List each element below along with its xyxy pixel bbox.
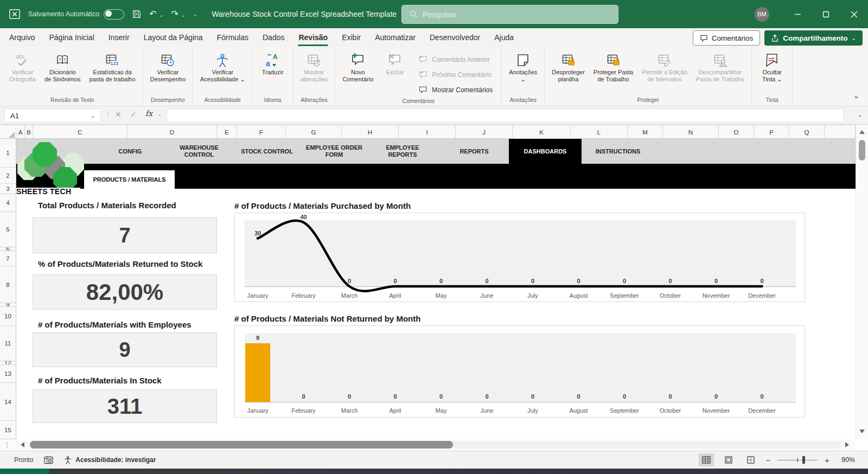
ribbon-button-dicionario-de-sinonimos[interactable]: Dicionáriode Sinônimos xyxy=(41,50,85,84)
menu-tab-layout-da-pagina[interactable]: Layout da Página xyxy=(137,28,210,48)
ribbon-button-descompartilhar-pasta-de-trabalho[interactable]: DescompartilharPasta de Trabalho xyxy=(692,50,748,84)
nav-tab-reports[interactable]: REPORTS xyxy=(442,139,507,164)
ribbon-button-desproteger-planilha[interactable]: Desprotegerplanilha xyxy=(548,50,589,84)
column-header-a[interactable]: A xyxy=(16,125,25,139)
ribbon-button-proteger-pasta-de-trabalho[interactable]: Proteger Pastade Trabalho xyxy=(590,50,637,84)
document-title[interactable]: Warehouse Stock Control Excel Spreadshee… xyxy=(212,10,405,18)
cancel-entry-icon[interactable]: ✕ xyxy=(115,110,122,119)
nav-tab-stock-control[interactable]: STOCK CONTROL xyxy=(226,139,308,164)
scroll-left-icon[interactable] xyxy=(21,442,24,447)
column-header-h[interactable]: H xyxy=(342,125,399,139)
scroll-up-icon[interactable] xyxy=(859,130,865,134)
row-header-13[interactable]: 13 xyxy=(0,365,16,383)
insert-function-icon[interactable]: fx xyxy=(145,109,152,118)
nav-tab-instructions[interactable]: INSTRUCTIONS xyxy=(577,139,659,164)
undo-icon[interactable]: ↶ ⌄ xyxy=(149,10,163,18)
ribbon-button-excluir[interactable]: Excluir xyxy=(378,50,412,77)
row-header-8[interactable]: 8 xyxy=(0,266,16,303)
avatar[interactable]: BM xyxy=(755,7,769,22)
autosave-toggle[interactable] xyxy=(104,9,124,20)
ribbon-button-proximo-comentario[interactable]: Próximo Comentário xyxy=(415,68,496,81)
ribbon-button-verificar-desempenho[interactable]: VerificarDesempenho xyxy=(146,50,189,84)
column-header-f[interactable]: F xyxy=(237,125,286,139)
macro-record-icon[interactable] xyxy=(44,456,53,464)
maximize-button[interactable] xyxy=(812,0,840,28)
menu-tab-inserir[interactable]: Inserir xyxy=(101,28,137,48)
column-header-e[interactable]: E xyxy=(217,125,237,139)
menu-tab-desenvolvedor[interactable]: Desenvolvedor xyxy=(423,28,487,48)
menu-tab-arquivo[interactable]: Arquivo xyxy=(2,28,42,48)
redo-icon[interactable]: ↷ ⌄ xyxy=(171,10,186,18)
name-box[interactable]: A1 ⌄ xyxy=(4,108,101,123)
row-header-4[interactable]: 4 xyxy=(0,194,16,212)
confirm-entry-icon[interactable]: ✓ xyxy=(130,110,137,119)
nav-tab-employee-reports[interactable]: EMPLOYEE REPORTS xyxy=(375,139,430,164)
menu-tab-dados[interactable]: Dados xyxy=(256,28,291,48)
row-header-15[interactable]: 15 xyxy=(0,421,16,439)
column-header-b[interactable]: B xyxy=(25,125,33,139)
column-header-j[interactable]: J xyxy=(456,125,513,139)
sheet-canvas[interactable]: CONFIGWAREHOUSE CONTROLSTOCK CONTROLEMPL… xyxy=(16,139,856,439)
formula-input[interactable] xyxy=(167,108,844,123)
menu-tab-exibir[interactable]: Exibir xyxy=(335,28,368,48)
comments-button[interactable]: Comentários xyxy=(693,30,761,46)
ribbon-button-comentario-anterior[interactable]: Comentário Anterior xyxy=(415,53,496,66)
ribbon-button-novo-comentario[interactable]: NovoComentário xyxy=(339,50,377,84)
row-header-6[interactable]: 6 xyxy=(0,247,16,251)
scroll-right-icon[interactable] xyxy=(845,442,849,447)
zoom-slider[interactable] xyxy=(777,456,818,464)
column-header-d[interactable]: D xyxy=(127,125,217,139)
row-header-7[interactable]: 7 xyxy=(0,251,16,266)
column-header-g[interactable]: G xyxy=(286,125,342,139)
ribbon-button-mostrar-alteracoes[interactable]: Mostraralterações xyxy=(297,50,332,84)
ribbon-button-ocultar-tinta[interactable]: OcultarTinta ⌄ xyxy=(755,50,789,84)
column-header-i[interactable]: I xyxy=(399,125,456,139)
menu-tab-formulas[interactable]: Fórmulas xyxy=(210,28,256,48)
menu-tab-pagina-inicial[interactable]: Página Inicial xyxy=(42,28,101,48)
row-header-1[interactable]: 1 xyxy=(0,139,16,168)
row-header-10[interactable]: 10 xyxy=(0,307,16,326)
minimize-button[interactable] xyxy=(783,0,812,28)
line-chart[interactable]: 30400000000000JanuaryFebruaryMarchAprilM… xyxy=(234,213,805,302)
subtab-products-materials[interactable]: PRODUCTS / MATERIALS xyxy=(84,170,175,189)
quick-access-chevron-icon[interactable]: ⌄ xyxy=(193,11,197,17)
row-header-5[interactable]: 5 xyxy=(0,212,16,247)
zoom-in-button[interactable]: + xyxy=(825,456,829,465)
ribbon-button-traduzir[interactable]: aATraduzir xyxy=(256,50,290,77)
column-header-q[interactable]: Q xyxy=(789,125,825,139)
expand-formulabar-icon[interactable]: ⌄ xyxy=(858,111,863,118)
hscroll-drag-handle[interactable]: ⋮ xyxy=(4,441,10,449)
vertical-scrollbar[interactable] xyxy=(856,125,868,439)
menu-tab-revisao[interactable]: Revisão xyxy=(291,28,335,48)
ribbon-button-verificar-ortografia[interactable]: abcVerificarOrtografia xyxy=(5,50,40,84)
menu-tab-ajuda[interactable]: Ajuda xyxy=(487,28,521,48)
search-input[interactable]: Pesquisar xyxy=(401,5,618,24)
share-button[interactable]: Compartilhamento ⌄ xyxy=(764,30,863,46)
column-header-k[interactable]: K xyxy=(513,125,571,139)
nav-tab-warehouse-control[interactable]: WAREHOUSE CONTROL xyxy=(171,139,227,164)
zoom-out-button[interactable]: − xyxy=(765,456,770,465)
ribbon-button-estatisticas-da-pasta-de-trabalho[interactable]: 123Estatísticas dapasta de trabalho xyxy=(86,50,139,84)
zoom-slider-thumb[interactable] xyxy=(802,456,805,464)
ribbon-button-verificar-acessibilidade[interactable]: VerificarAcessibilidade ⌄ xyxy=(196,50,249,84)
menu-tab-automatizar[interactable]: Automatizar xyxy=(368,28,423,48)
row-header-3[interactable]: 3 xyxy=(0,184,16,194)
column-header-c[interactable]: C xyxy=(33,125,127,139)
scroll-down-icon[interactable] xyxy=(859,430,865,433)
bar-chart[interactable]: 900000000000JanuaryFebruaryMarchAprilMay… xyxy=(234,325,805,418)
ribbon-button-mostrar-comentarios[interactable]: Mostrar Comentários xyxy=(415,84,496,97)
column-header-m[interactable]: M xyxy=(628,125,663,139)
formulabar-splitter[interactable]: ⋮ xyxy=(105,111,112,119)
nav-tab-config[interactable]: CONFIG xyxy=(98,139,163,164)
ribbon-button-permitir-a-edicao-de-intervalos[interactable]: Permitir a Ediçãode Intervalos xyxy=(638,50,691,84)
view-page-layout-button[interactable] xyxy=(721,453,736,466)
ribbon-button-anotacoes[interactable]: Anotações⌄ xyxy=(505,50,541,84)
accessibility-status[interactable]: Acessibilidade: investigar xyxy=(64,456,156,464)
zoom-level[interactable]: 90% xyxy=(837,456,855,464)
hscroll-thumb[interactable] xyxy=(30,441,453,449)
column-header-n[interactable]: N xyxy=(663,125,719,139)
vscroll-thumb[interactable] xyxy=(859,140,865,161)
save-icon[interactable] xyxy=(132,9,142,19)
column-header-o[interactable]: O xyxy=(719,125,754,139)
row-header-14[interactable]: 14 xyxy=(0,383,16,421)
